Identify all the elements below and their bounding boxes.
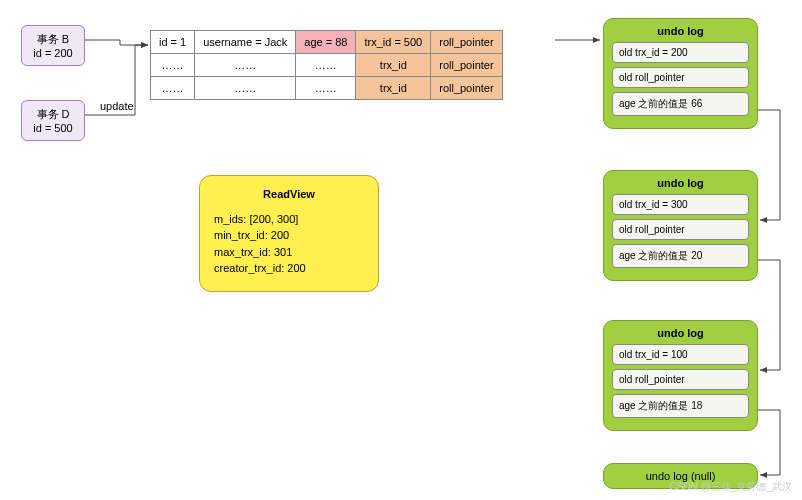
undo-roll: old roll_pointer — [612, 219, 749, 240]
record-table: id = 1 username = Jack age = 88 trx_id =… — [150, 30, 503, 100]
undo-val: age 之前的值是 18 — [612, 394, 749, 418]
transaction-b-box: 事务 B id = 200 — [21, 25, 85, 66]
undo-roll: old roll_pointer — [612, 67, 749, 88]
undo-val: age 之前的值是 20 — [612, 244, 749, 268]
undo-trx: old trx_id = 100 — [612, 344, 749, 365]
undo-title: undo log — [612, 25, 749, 37]
cell-roll: roll_pointer — [431, 31, 502, 54]
undo-val: age 之前的值是 66 — [612, 92, 749, 116]
cell-username: …… — [195, 54, 296, 77]
undo-trx: old trx_id = 200 — [612, 42, 749, 63]
cell-id: …… — [151, 77, 195, 100]
readview-min: min_trx_id: 200 — [214, 227, 364, 244]
cell-roll: roll_pointer — [431, 77, 502, 100]
cell-username: …… — [195, 77, 296, 100]
readview-max: max_trx_id: 301 — [214, 244, 364, 261]
cell-roll: roll_pointer — [431, 54, 502, 77]
undo-title: undo log — [612, 327, 749, 339]
readview-creator: creator_trx_id: 200 — [214, 260, 364, 277]
transaction-d-box: 事务 D id = 500 — [21, 100, 85, 141]
tx-b-id: id = 200 — [32, 47, 74, 59]
cell-age: …… — [296, 77, 356, 100]
cell-trx: trx_id — [356, 77, 431, 100]
cell-trx: trx_id = 500 — [356, 31, 431, 54]
readview-mids: m_ids: [200, 300] — [214, 211, 364, 228]
readview-title: ReadView — [214, 186, 364, 203]
watermark: CSDN @三佳_克劳德_武汉 — [670, 480, 792, 494]
undo-roll: old roll_pointer — [612, 369, 749, 390]
undo-title: undo log — [612, 177, 749, 189]
undo-log-2: undo log old trx_id = 300 old roll_point… — [603, 170, 758, 281]
readview-box: ReadView m_ids: [200, 300] min_trx_id: 2… — [199, 175, 379, 292]
cell-username: username = Jack — [195, 31, 296, 54]
undo-trx: old trx_id = 300 — [612, 194, 749, 215]
tx-d-id: id = 500 — [32, 122, 74, 134]
cell-age: age = 88 — [296, 31, 356, 54]
tx-b-label: 事务 B — [32, 32, 74, 47]
undo-log-3: undo log old trx_id = 100 old roll_point… — [603, 320, 758, 431]
cell-id: id = 1 — [151, 31, 195, 54]
cell-id: …… — [151, 54, 195, 77]
cell-trx: trx_id — [356, 54, 431, 77]
tx-d-label: 事务 D — [32, 107, 74, 122]
undo-log-1: undo log old trx_id = 200 old roll_point… — [603, 18, 758, 129]
update-edge-label: update — [100, 100, 134, 112]
cell-age: …… — [296, 54, 356, 77]
